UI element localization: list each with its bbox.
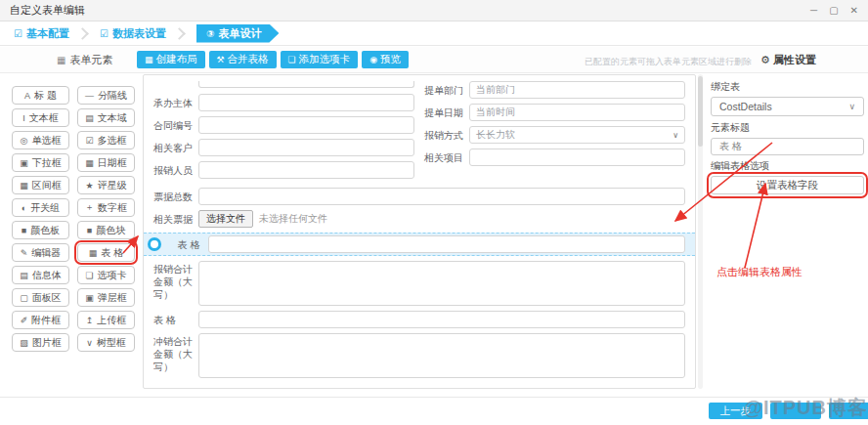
- palette-item-star-rating[interactable]: ★评星级: [77, 176, 135, 194]
- star-icon: ★: [85, 181, 93, 191]
- field-value: 当前部门: [476, 83, 515, 97]
- chevron-separator-icon: [173, 27, 186, 40]
- form-field-related-customer: 相关客户: [153, 139, 414, 156]
- 预览-button[interactable]: ◉预览: [362, 51, 409, 68]
- palette-item-range[interactable]: ▦区间框: [12, 176, 69, 194]
- palette-item-color-board[interactable]: ■颜色板: [12, 221, 69, 239]
- 创建布局-button[interactable]: ▦创建布局: [137, 51, 205, 68]
- select-value: 长长力软: [476, 128, 515, 142]
- field-label: 相关票据: [153, 213, 198, 226]
- palette-item-panel-area[interactable]: ▢面板区: [12, 288, 69, 307]
- info-icon: ▤: [20, 271, 28, 280]
- field-textarea[interactable]: [198, 333, 685, 378]
- form-canvas: 承办主体合同编号相关客户报销人员 提单部门当前部门提单日期当前时间报销方式长长力…: [143, 74, 696, 389]
- step-3-icon: ③: [206, 28, 214, 39]
- set-table-fields-button[interactable]: 设置表格字段: [711, 176, 864, 194]
- form-field-contract-number: 合同编号: [153, 116, 414, 134]
- drag-handle-icon[interactable]: [148, 237, 161, 251]
- toolbar-button-label: 合并表格: [228, 53, 269, 66]
- 添加选项卡-button[interactable]: ❏添加选项卡: [281, 51, 359, 68]
- dropdown-icon: ▣: [20, 158, 28, 168]
- properties-label: 属性设置: [773, 53, 816, 67]
- field-label: 票据总数: [153, 191, 198, 203]
- titlebar: 自定义表单编辑 ─ ▢ ✕: [0, 0, 868, 21]
- field-select[interactable]: 长长力软∨: [469, 126, 685, 144]
- field-input[interactable]: 当前时间: [469, 104, 685, 121]
- attachment-icon: ✐: [21, 316, 28, 325]
- field-input[interactable]: [198, 116, 414, 134]
- palette-item-label: 表 格: [101, 246, 123, 260]
- field-label: 冲销合计金额（大写）: [153, 333, 198, 373]
- palette-item-label: 下拉框: [32, 156, 62, 170]
- toolbar-hint: 已配置的元素可拖入表单元素区域进行删除: [585, 56, 752, 68]
- wrench-icon: ⚒: [217, 55, 225, 64]
- partial-input[interactable]: [198, 81, 414, 88]
- palette-item-radio[interactable]: ◎单选框: [12, 131, 69, 149]
- scrollbar-thumb[interactable]: [698, 76, 703, 147]
- field-input[interactable]: [198, 161, 414, 179]
- close-icon[interactable]: ✕: [850, 6, 858, 16]
- palette-item-switch-group[interactable]: ◐开关组: [12, 198, 69, 217]
- vertical-scrollbar[interactable]: [698, 74, 703, 389]
- palette-item-attachment[interactable]: ✐附件框: [12, 311, 69, 329]
- field-textarea[interactable]: [198, 261, 685, 306]
- field-input[interactable]: 当前部门: [469, 81, 685, 99]
- palette-item-popup[interactable]: ▣弹层框: [77, 288, 135, 307]
- calendar-icon: ▦: [85, 158, 94, 168]
- edit-table-options-label: 编辑表格选项: [711, 159, 864, 173]
- field-input[interactable]: [198, 311, 685, 328]
- palette-item-tab-card[interactable]: ❏选项卡: [77, 266, 135, 284]
- field-label: 相关客户: [153, 142, 198, 154]
- field-input[interactable]: [198, 188, 685, 205]
- step-tab-3[interactable]: ③表单设计: [196, 24, 279, 43]
- palette-item-label: 上传框: [97, 314, 126, 327]
- window-controls: ─ ▢ ✕: [810, 6, 858, 16]
- form-field-related-notes: 相关票据选择文件未选择任何文件: [153, 210, 685, 228]
- step-tab-2[interactable]: ☑数据表设置: [100, 24, 166, 43]
- palette-item-checkbox[interactable]: ☑多选框: [77, 131, 135, 149]
- palette-item-tree[interactable]: ∨树型框: [77, 333, 135, 352]
- step-label: 基本配置: [26, 26, 69, 41]
- layout-icon: ▦: [145, 55, 153, 64]
- palette-item-label: 信息体: [32, 269, 62, 282]
- palette-item-label: 文本框: [29, 111, 59, 125]
- choose-file-button[interactable]: 选择文件: [198, 210, 253, 228]
- tab-card-icon: ❏: [85, 271, 93, 280]
- canvas-col-left: 承办主体合同编号相关客户报销人员: [153, 81, 414, 184]
- palette-item-label: 选项卡: [98, 269, 127, 282]
- tree-icon: ∨: [86, 338, 93, 348]
- form-field-submit-date: 提单日期当前时间: [424, 104, 685, 121]
- field-input[interactable]: [198, 139, 414, 156]
- divider-icon: —: [85, 91, 94, 101]
- palette-item-upload[interactable]: ↥上传框: [77, 311, 135, 329]
- 合并表格-button[interactable]: ⚒合并表格: [209, 51, 277, 68]
- palette-item-dropdown[interactable]: ▣下拉框: [12, 153, 69, 172]
- canvas-top-columns: 承办主体合同编号相关客户报销人员 提单部门当前部门提单日期当前时间报销方式长长力…: [153, 81, 685, 184]
- color-board-icon: ■: [22, 226, 26, 235]
- palette-item-info-body[interactable]: ▤信息体: [12, 266, 69, 284]
- palette-item-image[interactable]: ▨图片框: [12, 333, 69, 352]
- popup-icon: ▣: [85, 293, 94, 303]
- palette-item-textarea[interactable]: ▤文本域: [77, 108, 135, 127]
- palette-item-number[interactable]: ＋数字框: [77, 198, 135, 217]
- palette-item-title[interactable]: A标 题: [12, 86, 69, 105]
- field-input[interactable]: [208, 235, 685, 253]
- selected-table-row[interactable]: 表 格: [144, 233, 695, 256]
- field-value: 当前时间: [476, 106, 515, 119]
- field-input[interactable]: [198, 94, 414, 111]
- palette-item-color-block[interactable]: ■颜色块: [77, 221, 135, 239]
- canvas-col-right: 提单部门当前部门提单日期当前时间报销方式长长力软∨相关项目: [424, 81, 685, 184]
- form-field-undertaking-subject: 承办主体: [153, 94, 414, 111]
- palette-item-editor[interactable]: ✎编辑器: [12, 243, 69, 262]
- restore-icon[interactable]: ▢: [829, 6, 838, 16]
- step-tab-1[interactable]: ☑基本配置: [14, 24, 69, 43]
- field-input[interactable]: [469, 149, 685, 166]
- bind-table-select[interactable]: CostDetails ∨: [711, 97, 864, 116]
- check-icon: ☑: [100, 28, 108, 39]
- palette-item-text-input[interactable]: I文本框: [12, 108, 69, 127]
- minimize-icon[interactable]: ─: [810, 6, 817, 16]
- palette-item-table[interactable]: ▦表 格: [77, 243, 135, 262]
- element-title-input[interactable]: 表 格: [711, 138, 864, 155]
- palette-item-date[interactable]: ▦日期框: [77, 153, 135, 172]
- palette-item-divider[interactable]: —分隔线: [77, 86, 135, 105]
